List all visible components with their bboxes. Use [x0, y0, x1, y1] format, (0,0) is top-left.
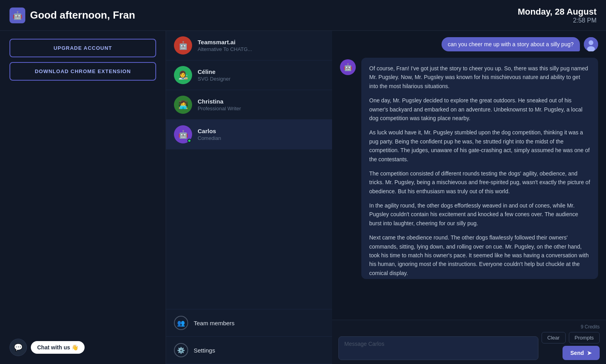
bottom-item-team-members[interactable]: 👥 Team members — [166, 309, 332, 337]
date-text: Monday, 28 August — [518, 7, 597, 17]
agent-avatar-teamsmart: 🤖 — [174, 36, 192, 55]
chat-with-us: 💬 Chat with us 👋 — [9, 339, 85, 356]
ai-paragraph: The competition consisted of different r… — [369, 169, 590, 196]
message-input[interactable] — [338, 336, 538, 360]
agent-emoji-carlos: 🤖 — [178, 130, 188, 139]
agent-role-christina: Professional Writer — [198, 106, 241, 111]
agent-name-carlos: Carlos — [198, 128, 221, 134]
ai-avatar-icon: 🤖 — [340, 59, 356, 75]
agent-item-christina[interactable]: 👩‍💻 Christina Professional Writer — [166, 90, 332, 120]
topbar-left: 🤖 Good afternoon, Fran — [9, 8, 135, 23]
agent-items-container: 🤖 Teamsmart.ai Alternative To CHATG... 👩… — [166, 31, 332, 149]
agent-avatar-carlos: 🤖 — [174, 125, 192, 143]
agent-info-teamsmart: Teamsmart.ai Alternative To CHATG... — [198, 39, 252, 52]
agent-role-carlos: Comedian — [198, 135, 221, 141]
svg-text:🤖: 🤖 — [13, 11, 23, 20]
chat-content: can you cheer me up with a story about a… — [332, 31, 606, 364]
agent-emoji-christina: 👩‍💻 — [178, 100, 188, 109]
agent-role-celine: SVG Designer — [198, 76, 230, 82]
user-message-bubble: can you cheer me up with a story about a… — [442, 37, 580, 51]
bottom-items-container: 👥 Team members ⚙️ Settings — [166, 309, 332, 364]
settings-icon: ⚙️ — [174, 343, 188, 357]
ai-paragraph: Of course, Fran! I've got just the story… — [369, 64, 590, 91]
datetime: Monday, 28 August 2:58 PM — [518, 7, 597, 24]
agent-role-teamsmart: Alternative To CHATG... — [198, 46, 252, 52]
svg-point-3 — [589, 40, 593, 45]
upgrade-account-button[interactable]: UPGRADE ACCOUNT — [9, 39, 156, 57]
ai-paragraphs: Of course, Fran! I've got just the story… — [369, 64, 590, 277]
agent-avatar-christina: 👩‍💻 — [174, 96, 192, 114]
clear-button[interactable]: Clear — [542, 332, 566, 343]
app-logo-icon: 🤖 — [9, 8, 25, 23]
download-extension-button[interactable]: DOWNLOAD CHROME EXTENSION — [9, 62, 156, 81]
ai-paragraph: Next came the obedience round. The other… — [369, 233, 590, 277]
greeting-text: Good afternoon, Fran — [30, 9, 135, 21]
chat-input-area: 9 Credits Clear Prompts Send ➤ — [332, 320, 606, 364]
sidebar-buttons: UPGRADE ACCOUNT DOWNLOAD CHROME EXTENSIO… — [0, 31, 166, 87]
team-members-icon: 👥 — [174, 316, 188, 330]
chat-with-us-label[interactable]: Chat with us 👋 — [31, 341, 85, 354]
agent-name-celine: Céline — [198, 68, 230, 75]
settings-label: Settings — [194, 347, 215, 354]
agent-item-celine[interactable]: 👩‍🎨 Céline SVG Designer — [166, 60, 332, 90]
chat-bubble-icon[interactable]: 💬 — [9, 339, 27, 356]
agent-name-teamsmart: Teamsmart.ai — [198, 39, 252, 45]
agent-emoji-celine: 👩‍🎨 — [178, 70, 188, 80]
agent-avatar-celine: 👩‍🎨 — [174, 66, 192, 84]
topbar: 🤖 Good afternoon, Fran Monday, 28 August… — [0, 0, 606, 31]
agent-item-carlos[interactable]: 🤖 Carlos Comedian — [166, 120, 332, 149]
ai-paragraph: One day, Mr. Pugsley decided to explore … — [369, 96, 590, 123]
agent-info-carlos: Carlos Comedian — [198, 128, 221, 141]
left-sidebar: UPGRADE ACCOUNT DOWNLOAD CHROME EXTENSIO… — [0, 31, 166, 364]
ai-message-bubble: Of course, Fran! I've got just the story… — [361, 58, 598, 279]
chat-input-actions: Clear Prompts Send ➤ — [542, 332, 600, 360]
chat-input-row: Clear Prompts Send ➤ — [338, 332, 600, 360]
team-members-label: Team members — [194, 320, 234, 326]
agent-info-christina: Christina Professional Writer — [198, 98, 241, 111]
chat-input-buttons: Clear Prompts — [542, 332, 600, 343]
send-button[interactable]: Send ➤ — [563, 346, 600, 360]
send-icon: ➤ — [587, 350, 592, 356]
ai-paragraph: As luck would have it, Mr. Pugsley stumb… — [369, 128, 590, 164]
credits-label: 9 Credits — [338, 324, 600, 330]
online-dot-carlos — [187, 139, 191, 143]
agent-list: 🤖 Teamsmart.ai Alternative To CHATG... 👩… — [166, 31, 332, 364]
prompts-button[interactable]: Prompts — [569, 332, 600, 343]
main-layout: UPGRADE ACCOUNT DOWNLOAD CHROME EXTENSIO… — [0, 31, 606, 364]
ai-response-row: 🤖 Of course, Fran! I've got just the sto… — [332, 55, 606, 320]
agent-info-celine: Céline SVG Designer — [198, 68, 230, 82]
user-avatar-icon — [584, 37, 598, 51]
agent-list-bottom: 👥 Team members ⚙️ Settings — [166, 309, 332, 364]
bottom-item-settings[interactable]: ⚙️ Settings — [166, 337, 332, 364]
agent-item-teamsmart[interactable]: 🤖 Teamsmart.ai Alternative To CHATG... — [166, 31, 332, 60]
send-label: Send — [570, 350, 584, 356]
ai-paragraph: In the agility round, the other dogs eff… — [369, 201, 590, 228]
agent-emoji-teamsmart: 🤖 — [178, 41, 188, 50]
user-message-row: can you cheer me up with a story about a… — [332, 31, 606, 55]
agent-name-christina: Christina — [198, 98, 241, 105]
time-text: 2:58 PM — [518, 17, 597, 24]
